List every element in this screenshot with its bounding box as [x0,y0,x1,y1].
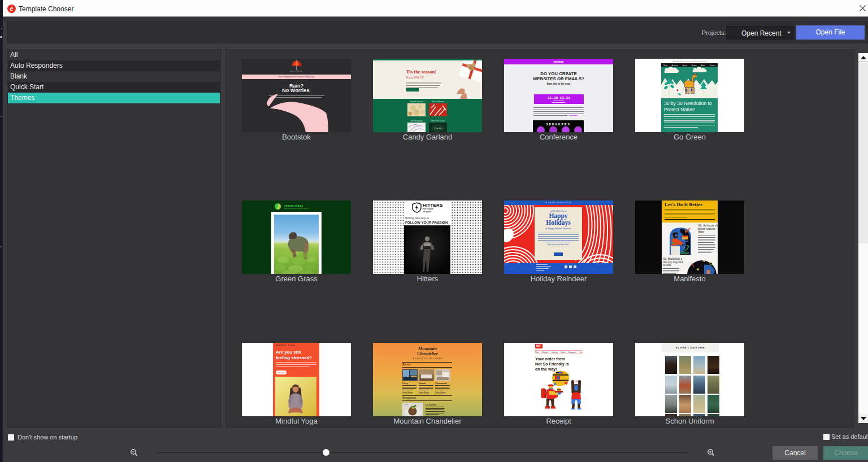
svg-text:thanks: thanks [434,127,442,130]
